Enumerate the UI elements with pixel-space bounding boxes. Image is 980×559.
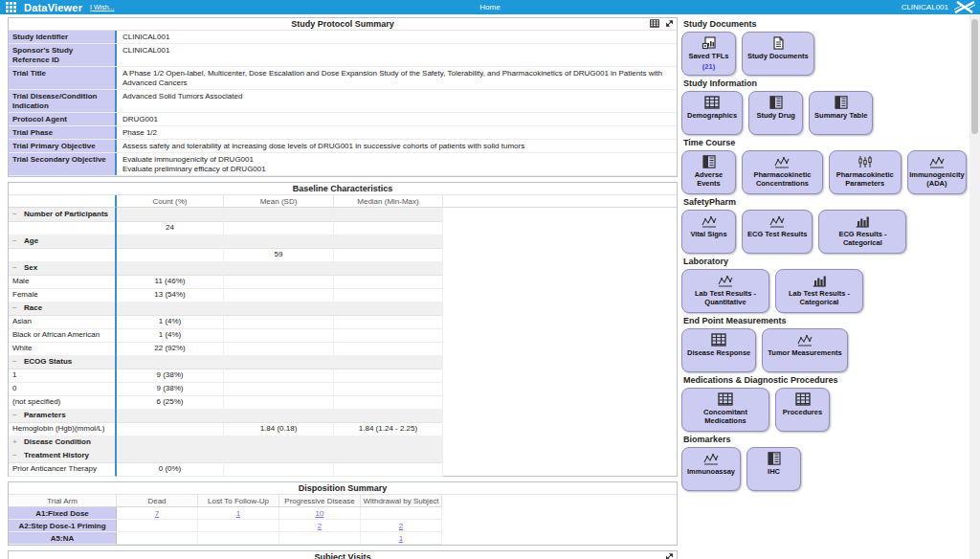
sidebar-button-saved-tfls[interactable]: Saved TFLs(21) xyxy=(681,32,736,76)
disposition-row: A1:Fixed Dose7110 xyxy=(9,507,677,520)
sidebar-button-study-documents[interactable]: Study Documents xyxy=(742,32,814,76)
sidebar-button-tumor-measurements[interactable]: Tumor Measurements xyxy=(762,328,847,372)
bar-chart-icon xyxy=(855,214,870,228)
expand-panel-icon[interactable] xyxy=(665,552,674,559)
table-view-icon[interactable] xyxy=(650,19,659,28)
baseline-label-cell: 0 xyxy=(9,382,117,396)
baseline-column-header: Mean (SD) xyxy=(224,195,334,208)
sidebar-button-pharmacokinetic-concentrations[interactable]: Pharmacokinetic Concentrations xyxy=(742,150,823,194)
apps-grid-icon[interactable] xyxy=(6,2,16,12)
baseline-column-header-row: Count (%)Mean (SD)Median (Min-Max) xyxy=(9,195,677,208)
baseline-label-cell: +Disease Condition xyxy=(9,436,117,450)
collapse-group-icon[interactable]: − xyxy=(12,409,20,422)
sidebar-button-pharmacokinetic-parameters[interactable]: Pharmacokinetic Parameters xyxy=(829,150,902,194)
disposition-column-header-row: Trial ArmDeadLost To Follow-UpProgressiv… xyxy=(9,495,677,507)
sidebar-button-summary-table[interactable]: Summary Table xyxy=(809,91,873,135)
vertical-scrollbar[interactable] xyxy=(969,14,980,559)
expand-panel-icon[interactable] xyxy=(665,19,674,28)
sidebar-button-immunoassay[interactable]: Immunoassay xyxy=(681,447,741,491)
baseline-value-cell xyxy=(334,275,443,289)
sidebar-button-ecg-results-categorical[interactable]: ECG Results - Categorical xyxy=(818,210,906,254)
disposition-count-link[interactable]: 10 xyxy=(316,509,324,518)
table-icon xyxy=(704,96,720,109)
collapse-group-icon[interactable]: − xyxy=(12,235,20,248)
sidebar-button-row: Lab Test Results - QuantitativeLab Test … xyxy=(681,269,967,313)
disposition-count-link[interactable]: 1 xyxy=(399,534,403,543)
baseline-value-cell xyxy=(334,315,443,329)
protocol-label-cell: Protocol Agent xyxy=(9,113,117,125)
baseline-group-label: Parameters xyxy=(24,411,66,419)
bar-chart-icon xyxy=(812,274,827,287)
sidebar-button-label: Saved TFLs xyxy=(688,52,728,60)
sidebar-button-adverse-events[interactable]: Adverse Events xyxy=(681,150,736,194)
baseline-value-cell xyxy=(224,342,334,356)
disposition-row: A5:NA1 xyxy=(9,532,677,545)
disposition-count-cell: 2 xyxy=(279,520,361,532)
sidebar-button-study-drug[interactable]: Study Drug xyxy=(748,91,803,135)
sidebar-button-ihc[interactable]: IHC xyxy=(746,447,801,491)
sidebar-button-lab-test-results-categorical[interactable]: Lab Test Results - Categorical xyxy=(775,269,863,313)
disposition-count-link[interactable]: 7 xyxy=(155,509,159,518)
collapse-group-icon[interactable]: − xyxy=(12,261,20,275)
baseline-value-cell: 22 (92%) xyxy=(117,342,224,356)
report-icon xyxy=(702,36,717,50)
table-list-icon xyxy=(702,155,717,168)
i-wish-link[interactable]: I Wish... xyxy=(90,4,114,11)
baseline-group-label: Disease Condition xyxy=(24,437,91,446)
table-icon xyxy=(711,333,726,347)
baseline-group-label: Sex xyxy=(24,263,37,272)
sidebar-button-demographics[interactable]: Demographics xyxy=(681,91,743,135)
sidebar-button-label: Summary Table xyxy=(814,111,867,120)
protocol-value-cell: CLINICAL001 xyxy=(117,44,677,66)
baseline-label-cell: (not specified) xyxy=(9,395,117,410)
protocol-label-cell: Sponsor's Study Reference ID xyxy=(9,44,117,66)
protocol-row: Study IdentifierCLINICAL001 xyxy=(9,31,677,44)
line-chart-icon xyxy=(774,155,790,168)
baseline-row: Male11 (46%) xyxy=(9,275,677,288)
baseline-row: 19 (38%) xyxy=(9,369,677,382)
sidebar-button-immunogenicity-ada[interactable]: Immunogenicity (ADA) xyxy=(907,150,967,194)
line-chart-icon xyxy=(703,452,719,465)
disposition-count-cell xyxy=(117,532,198,545)
disposition-count-cell xyxy=(117,520,198,532)
collapse-group-icon[interactable]: − xyxy=(12,302,20,315)
sidebar-section-label: Medications & Diagnostic Procedures xyxy=(683,375,967,385)
collapse-group-icon[interactable]: − xyxy=(12,449,20,462)
collapse-group-icon[interactable]: − xyxy=(12,355,20,369)
baseline-value-cell xyxy=(224,382,334,396)
baseline-value-cell: 1 (4%) xyxy=(117,315,224,329)
sidebar-section-label: SafetyPharm xyxy=(683,197,967,207)
disposition-count-link[interactable]: 1 xyxy=(236,509,240,518)
protocol-row: Trial Secondary ObjectiveEvaluate immuno… xyxy=(9,153,677,176)
collapse-group-icon[interactable]: − xyxy=(12,208,20,221)
sidebar-button-vital-signs[interactable]: Vital Signs xyxy=(681,210,736,254)
baseline-value-cell xyxy=(334,248,443,262)
sidebar-button-disease-response[interactable]: Disease Response xyxy=(681,328,756,372)
home-nav-link[interactable]: Home xyxy=(479,0,500,14)
protocol-label-cell: Trial Primary Objective xyxy=(9,140,117,152)
disposition-count-link[interactable]: 2 xyxy=(318,522,322,530)
protocol-value-cell: Evaluate immunogenicity of DRUG001 Evalu… xyxy=(117,153,677,175)
disposition-count-link[interactable]: 2 xyxy=(399,522,403,530)
panel-title-bar: Disposition Summary xyxy=(9,482,677,495)
trial-arm-cell: A1:Fixed Dose xyxy=(9,507,117,520)
scrollbar-thumb[interactable] xyxy=(971,19,978,134)
protocol-row: Trial TitleA Phase 1/2 Open-label, Multi… xyxy=(9,67,677,90)
protocol-label-cell: Trial Title xyxy=(9,67,117,89)
sidebar-button-lab-test-results-quantitative[interactable]: Lab Test Results - Quantitative xyxy=(681,269,769,313)
disposition-column-header: Lost To Follow-Up xyxy=(198,495,279,507)
sidebar-button-concomitant-medications[interactable]: Concomitant Medications xyxy=(681,388,769,432)
table-icon xyxy=(795,392,811,406)
baseline-row: −Age xyxy=(9,235,677,248)
baseline-label-cell: −Treatment History xyxy=(9,449,117,463)
baseline-value-cell xyxy=(334,382,443,396)
sidebar-button-row: Concomitant MedicationsProcedures xyxy=(681,388,967,432)
expand-group-icon[interactable]: + xyxy=(12,436,20,449)
baseline-label-cell: −ECOG Status xyxy=(9,355,117,369)
baseline-row: Female13 (54%) xyxy=(9,288,677,302)
sidebar-button-label: Demographics xyxy=(687,111,737,120)
sidebar-button-label: Pharmacokinetic Concentrations xyxy=(747,170,817,188)
sidebar-button-procedures[interactable]: Procedures xyxy=(775,388,830,432)
baseline-value-cell: 13 (54%) xyxy=(117,288,224,302)
sidebar-button-ecg-test-results[interactable]: ECG Test Results xyxy=(742,210,813,254)
